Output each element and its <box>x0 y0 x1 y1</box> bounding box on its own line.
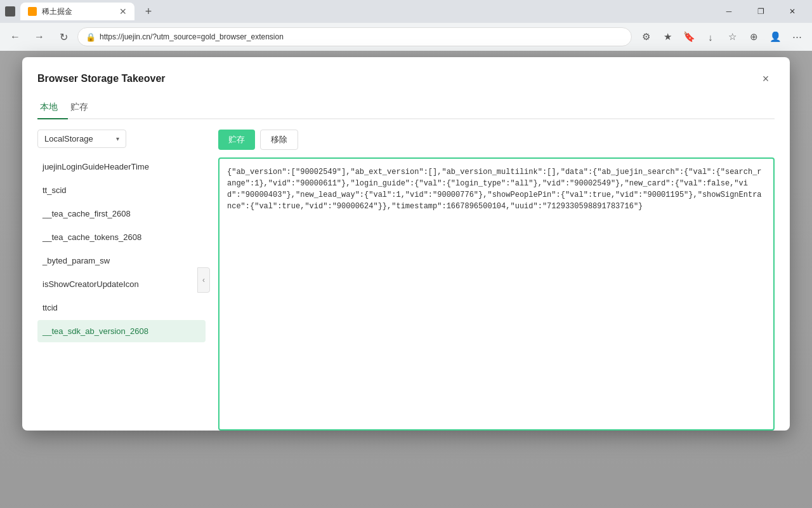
chevron-down-icon: ▾ <box>116 135 119 142</box>
close-window-button[interactable]: ✕ <box>778 3 807 20</box>
storage-item-tea-cache-first[interactable]: __tea_cache_first_2608 <box>37 203 206 225</box>
profile-icon[interactable]: 👤 <box>765 27 785 47</box>
storage-item-ttcid[interactable]: ttcid <box>37 297 206 319</box>
storage-type-select[interactable]: LocalStorage ▾ <box>37 130 126 148</box>
sidebar-collapse-button[interactable]: ‹ <box>197 267 210 293</box>
menu-icon[interactable]: ⋯ <box>787 27 807 47</box>
dialog-close-button[interactable]: × <box>757 70 775 88</box>
browser-storage-dialog: Browser Storage Takeover × 本地 贮存 LocalSt… <box>22 57 790 431</box>
extension-icon3[interactable]: ↓ <box>700 27 721 47</box>
back-button[interactable]: ← <box>5 27 25 47</box>
save-button[interactable]: 贮存 <box>218 130 255 150</box>
maximize-button[interactable]: ❐ <box>746 3 775 20</box>
tab-label: 稀土掘金 <box>42 6 72 17</box>
url-text: https://juejin.cn/?utm_source=gold_brows… <box>100 32 284 41</box>
address-bar[interactable]: 🔒 https://juejin.cn/?utm_source=gold_bro… <box>77 27 632 46</box>
dialog-body: LocalStorage ▾ juejinLoginGuideHeaderTim… <box>37 130 775 431</box>
storage-item-byted-param[interactable]: _byted_param_sw <box>37 250 206 272</box>
remove-button[interactable]: 移除 <box>260 130 298 150</box>
reload-button[interactable]: ↻ <box>53 27 74 47</box>
tab-cache[interactable]: 贮存 <box>68 98 98 119</box>
storage-item-ttscid[interactable]: tt_scid <box>37 179 206 201</box>
extension-icon4[interactable]: ☆ <box>722 27 742 47</box>
storage-item-tea-sdk-ab[interactable]: __tea_sdk_ab_version_2608 <box>37 320 206 342</box>
extension-icon1[interactable]: ★ <box>657 27 678 47</box>
extension-icon2[interactable]: 🔖 <box>679 27 699 47</box>
storage-item-list: juejinLoginGuideHeaderTime tt_scid __tea… <box>37 156 206 431</box>
translate-icon[interactable]: ⚙ <box>636 27 656 47</box>
browser-toolbar: ← → ↻ 🔒 https://juejin.cn/?utm_source=go… <box>0 23 812 51</box>
content-area: 贮存 移除 {"ab_version":["90002549"],"ab_ext… <box>206 130 775 431</box>
new-tab-button[interactable]: + <box>140 3 157 20</box>
browser-favicon <box>5 6 15 17</box>
minimize-button[interactable]: ─ <box>714 3 743 20</box>
window-controls: ─ ❐ ✕ <box>714 3 807 20</box>
tab-local[interactable]: 本地 <box>37 98 68 119</box>
extension-icon5[interactable]: ⊕ <box>743 27 764 47</box>
forward-button[interactable]: → <box>29 27 49 47</box>
tab-close-btn[interactable]: ✕ <box>119 6 127 17</box>
browser-tab[interactable]: 稀土掘金 ✕ <box>20 3 134 20</box>
sidebar: LocalStorage ▾ juejinLoginGuideHeaderTim… <box>37 130 206 431</box>
dialog-tab-bar: 本地 贮存 <box>37 98 775 119</box>
json-editor[interactable]: {"ab_version":["90002549"],"ab_ext_versi… <box>218 157 775 431</box>
dialog-overlay: Browser Storage Takeover × 本地 贮存 LocalSt… <box>0 51 812 508</box>
dialog-title: Browser Storage Takeover <box>37 73 166 84</box>
lock-icon: 🔒 <box>86 32 96 42</box>
browser-chrome: 稀土掘金 ✕ + ─ ❐ ✕ ← → ↻ 🔒 https://juejin.cn… <box>0 0 812 51</box>
storage-item-juejinloginguide[interactable]: juejinLoginGuideHeaderTime <box>37 156 206 178</box>
toolbar-icons: ⚙ ★ 🔖 ↓ ☆ ⊕ 👤 ⋯ <box>636 27 807 47</box>
tab-favicon <box>28 7 37 16</box>
title-bar: 稀土掘金 ✕ + ─ ❐ ✕ <box>0 0 812 23</box>
dialog-header: Browser Storage Takeover × <box>37 70 775 88</box>
storage-select-value: LocalStorage <box>44 134 93 144</box>
storage-item-tea-cache-tokens[interactable]: __tea_cache_tokens_2608 <box>37 226 206 248</box>
action-bar: 贮存 移除 <box>218 130 775 150</box>
storage-item-show-creator[interactable]: isShowCreatorUpdateIcon <box>37 273 206 295</box>
